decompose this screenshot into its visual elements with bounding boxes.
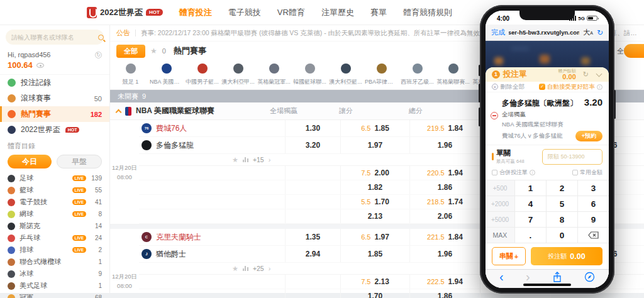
remove-selection-icon[interactable] (491, 112, 498, 119)
odds-cell[interactable]: 222.51.94 (409, 275, 480, 289)
delete-all-icon[interactable]: ✕ (492, 84, 498, 90)
sport-item[interactable]: 聯合式橄欖球1 (0, 256, 109, 268)
favorite-star-icon[interactable]: ★ (232, 156, 238, 164)
today-button[interactable]: 今日 (8, 155, 52, 168)
delete-all-label[interactable]: 刪除全部 (501, 83, 525, 91)
sport-item[interactable]: 乒乓球LIVE24 (0, 232, 109, 244)
team-cell[interactable]: 多倫多猛龍 (139, 137, 285, 153)
team-cell[interactable]: J猶他爵士 (139, 246, 285, 262)
keypad-key[interactable]: 3 (578, 180, 609, 196)
brand[interactable]: 2022世界盃 HOT (87, 7, 163, 18)
partially-hidden-button[interactable] (624, 44, 644, 58)
league-tab[interactable]: 澳大利亞籃... (328, 62, 364, 89)
odds-cell[interactable]: 6.51.97 (340, 229, 409, 245)
moneyline-cell[interactable]: 1.30 (285, 120, 340, 136)
sport-item[interactable]: 排球LIVE2 (0, 244, 109, 256)
reload-icon[interactable]: ↻ (597, 28, 603, 37)
chevron-down-icon[interactable] (596, 71, 602, 77)
refresh-icon[interactable]: ↻ (583, 70, 589, 79)
team-cell[interactable]: C克里夫蘭騎士 (139, 229, 285, 245)
star-icon[interactable]: ★ (150, 47, 157, 55)
keypad-key[interactable]: 7 (515, 212, 546, 227)
league-tab[interactable]: 英格蘭聯賽... (435, 62, 471, 89)
odds-cell[interactable]: 1.96 (409, 137, 480, 153)
keypad-key[interactable]: 6 (578, 196, 609, 211)
odds-cell[interactable]: 6.51.85 (340, 120, 409, 136)
league-tab[interactable]: NBA 美國職... (148, 62, 184, 89)
league-tab[interactable]: 中國男子籃... (184, 62, 220, 89)
league-tab[interactable]: 競足 1 (113, 62, 148, 89)
odds-cell[interactable]: 218.51.74 (409, 195, 480, 209)
odds-cell[interactable]: 220.51.94 (409, 166, 480, 180)
search-input[interactable] (11, 34, 94, 41)
quick-amount-key[interactable]: MAX (486, 228, 514, 243)
favorite-star-icon[interactable]: ★ (232, 265, 238, 273)
keypad-key[interactable]: 9 (578, 212, 609, 227)
sport-item[interactable]: 足球LIVE139 (0, 172, 109, 184)
moneyline-cell[interactable]: 1.35 (285, 229, 340, 245)
address-field[interactable]: ser-h5-bw3.rxvutglyn.com (509, 29, 579, 36)
nav-item[interactable]: 體育競猜規則 (403, 7, 452, 18)
keypad-key[interactable]: 2 (547, 180, 577, 196)
keypad-key[interactable]: 0 (547, 228, 577, 243)
done-button[interactable]: 完成 (491, 28, 505, 37)
quick-amount-key[interactable]: +500 (486, 180, 514, 196)
sport-item[interactable]: 美式足球1 (0, 280, 109, 292)
odds-cell[interactable]: 221.51.84 (409, 229, 480, 245)
league-tab[interactable]: 西班牙乙級... (399, 62, 435, 89)
home-indicator[interactable] (523, 284, 571, 286)
league-tab[interactable]: PBA菲律賓甲... (364, 62, 399, 89)
odds-cell[interactable]: 219.51.84 (409, 120, 480, 136)
merge-checkbox[interactable] (492, 170, 497, 175)
quick-amount-key[interactable]: +2000 (486, 196, 514, 211)
nav-item[interactable]: 注單歷史 (321, 7, 354, 18)
odds-cell[interactable]: 1.97 (340, 137, 409, 153)
nav-item[interactable]: VR體育 (277, 7, 305, 18)
forward-button[interactable]: › (526, 270, 530, 284)
sport-item[interactable]: 冠軍68 (0, 292, 109, 298)
share-icon[interactable] (552, 272, 562, 283)
odds-cell[interactable]: 1.96 (409, 246, 480, 262)
league-tab[interactable]: 英格蘭冠軍... (256, 62, 292, 89)
eye-icon[interactable] (36, 63, 44, 68)
sidebar-item[interactable]: 滾球賽事50 (0, 91, 109, 106)
keypad-key[interactable]: 8 (547, 212, 577, 227)
quick-amount-key[interactable]: +5000 (486, 212, 514, 227)
team-cell[interactable]: 76費城76人 (139, 120, 285, 136)
back-button[interactable]: ‹ (499, 270, 504, 284)
odds-cell[interactable]: 2.06 (409, 209, 480, 223)
reserve-button[interactable]: +預約 (575, 131, 602, 141)
odds-cell[interactable]: 5.51.70 (340, 195, 409, 209)
nav-item[interactable]: 電子競技 (228, 7, 261, 18)
common-amount-checkbox[interactable] (572, 170, 578, 175)
moneyline-cell[interactable]: 2.94 (285, 246, 340, 262)
auto-accept-toggle[interactable]: ✓ 自動接受更好賠率 i (539, 83, 602, 91)
sport-item[interactable]: 電子競技LIVE41 (0, 196, 109, 208)
nav-item[interactable]: 體育投注 (179, 7, 212, 18)
odds-cell[interactable]: 1.86 (409, 180, 480, 194)
nav-item[interactable]: 賽單 (370, 7, 387, 18)
all-button[interactable]: 全部 (116, 45, 145, 58)
early-market-button[interactable]: 早盤 (57, 155, 102, 168)
sport-item[interactable]: 籃球LIVE55 (0, 184, 109, 196)
odds-cell[interactable]: 2.13 (340, 209, 409, 223)
place-bet-button[interactable]: 投注額 0.00 (531, 247, 602, 265)
sidebar-item[interactable]: 熱門賽事182 (0, 106, 109, 122)
league-tab[interactable]: 韓國籃球聯... (292, 62, 328, 89)
backspace-icon[interactable] (578, 228, 609, 243)
moneyline-cell[interactable]: 3.20 (285, 137, 340, 153)
sport-item[interactable]: 斯諾克14 (0, 220, 109, 232)
odds-cell[interactable]: 7.52.13 (340, 275, 409, 289)
odds-cell[interactable]: 7.52.00 (340, 166, 409, 180)
sport-item[interactable]: 冰球9 (0, 268, 109, 280)
keypad-key[interactable]: 4 (515, 196, 546, 211)
sidebar-item[interactable]: 2022世界盃HOT (0, 122, 109, 138)
keypad-key[interactable]: 1 (515, 180, 546, 196)
bet-slip-header[interactable]: 1 投注單 帳戶餘額 0.00 ↻ (486, 67, 609, 82)
parlay-button[interactable]: 串關+ (492, 247, 526, 265)
keypad-key[interactable]: . (515, 228, 546, 243)
search-icon[interactable] (98, 35, 104, 40)
refresh-icon[interactable]: ↻ (95, 52, 102, 58)
collapse-icon[interactable] (116, 109, 122, 115)
odds-cell[interactable]: 1.82 (340, 180, 409, 194)
